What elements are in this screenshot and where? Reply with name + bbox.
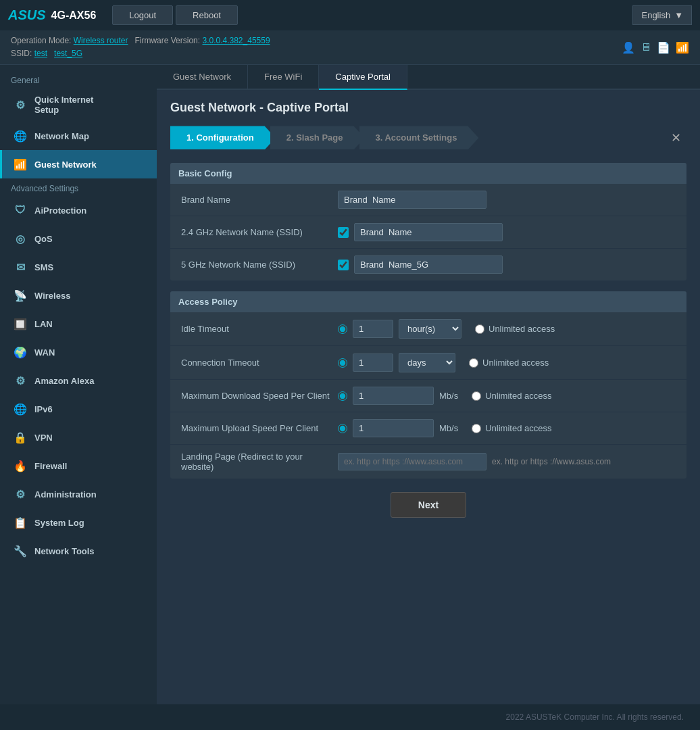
step-slash-page-box[interactable]: 2. Slash Page <box>270 126 365 149</box>
user-icon: 👤 <box>622 41 635 54</box>
sidebar-label-vpn: VPN <box>34 433 53 443</box>
top-bar: ASUS 4G-AX56 Logout Reboot English ▼ <box>0 0 700 30</box>
sidebar-item-aiprotection[interactable]: 🛡 AiProtection <box>0 196 157 224</box>
idle-timeout-unlimited: Unlimited access <box>475 324 555 334</box>
wan-icon: 🌍 <box>13 345 28 360</box>
sidebar-label-firewall: Firewall <box>34 461 67 471</box>
sidebar-item-network-map[interactable]: 🌐 Network Map <box>0 122 157 150</box>
landing-page-input[interactable] <box>338 453 486 470</box>
max-download-input[interactable] <box>353 387 434 405</box>
idle-timeout-control: hour(s) minute(s) Unlimited access <box>338 319 676 339</box>
vpn-icon: 🔒 <box>13 430 28 445</box>
operation-mode-value[interactable]: Wireless router <box>74 36 128 45</box>
ssid-24-wrap <box>338 223 503 241</box>
idle-timeout-unlimited-radio[interactable] <box>475 324 484 334</box>
connection-timeout-input[interactable] <box>353 354 393 372</box>
step-account-settings-box[interactable]: 3. Account Settings <box>359 126 479 149</box>
ssid-5g-input[interactable] <box>354 256 503 274</box>
connection-unlimited-radio[interactable] <box>469 358 478 368</box>
upload-unlimited: Unlimited access <box>472 423 551 433</box>
max-download-radio[interactable] <box>338 391 347 401</box>
ssid-value1[interactable]: test <box>34 49 47 58</box>
download-unlimited: Unlimited access <box>472 391 551 401</box>
sidebar-item-system-log[interactable]: 📋 System Log <box>0 508 157 537</box>
access-policy-section: Access Policy Idle Timeout hour(s) minut… <box>170 291 686 479</box>
administration-icon: ⚙ <box>13 487 28 502</box>
logout-button[interactable]: Logout <box>112 5 173 25</box>
sidebar-item-amazon-alexa[interactable]: ⚙ Amazon Alexa <box>0 366 157 395</box>
max-upload-input[interactable] <box>353 419 434 437</box>
ul-unlimited-label: Unlimited access <box>485 423 551 433</box>
amazon-alexa-icon: ⚙ <box>13 373 28 388</box>
brand-name-input[interactable] <box>338 191 486 209</box>
general-section-label: General <box>0 70 157 88</box>
ssid-value2[interactable]: test_5G <box>54 49 82 58</box>
sidebar-item-ipv6[interactable]: 🌐 IPv6 <box>0 395 157 423</box>
close-button[interactable]: ✕ <box>666 128 686 148</box>
firmware-label: Firmware Version: <box>134 36 200 45</box>
connection-timeout-radio[interactable] <box>338 358 347 368</box>
footer: 2022 ASUSTeK Computer Inc. All rights re… <box>0 704 700 730</box>
sms-icon: ✉ <box>13 260 28 274</box>
download-unit-label: Mb/s <box>439 391 458 401</box>
sidebar-label-qos: QoS <box>34 234 53 244</box>
network-map-icon: 🌐 <box>13 128 28 143</box>
next-button[interactable]: Next <box>391 492 466 518</box>
connection-timeout-unit-select[interactable]: days hours minutes <box>399 353 455 372</box>
tab-free-wifi[interactable]: Free WiFi <box>248 65 319 89</box>
sidebar-item-wan[interactable]: 🌍 WAN <box>0 338 157 366</box>
wizard-step-slash-page: 2. Slash Page <box>276 126 365 149</box>
sidebar-item-guest-network[interactable]: 📶 Guest Network <box>0 150 157 178</box>
page-title: Guest Network - Captive Portal <box>170 101 686 115</box>
quick-setup-icon: ⚙ <box>13 97 28 112</box>
qos-icon: ◎ <box>13 231 28 246</box>
sidebar-label-guest-network: Guest Network <box>34 160 97 170</box>
button-area: Next <box>170 492 686 518</box>
sidebar-item-quick-internet-setup[interactable]: ⚙ Quick InternetSetup <box>0 88 157 122</box>
connection-timeout-control: days hours minutes Unlimited access <box>338 353 676 372</box>
status-bar: Operation Mode: Wireless router Firmware… <box>0 30 700 65</box>
ssid-24-label: 2.4 GHz Network Name (SSID) <box>181 227 330 237</box>
idle-timeout-row: Idle Timeout hour(s) minute(s) Unlimited… <box>170 312 686 346</box>
step-configuration-box[interactable]: 1. Configuration <box>170 126 276 149</box>
ssid-5g-checkbox[interactable] <box>338 260 349 270</box>
brand-name-control <box>338 191 676 209</box>
sidebar-label-wireless: Wireless <box>34 291 70 301</box>
sidebar-item-qos[interactable]: ◎ QoS <box>0 224 157 253</box>
sidebar-item-sms[interactable]: ✉ SMS <box>0 253 157 281</box>
max-upload-row: Maximum Upload Speed Per Client Mb/s Unl… <box>170 412 686 445</box>
idle-timeout-unit-select[interactable]: hour(s) minute(s) <box>399 319 461 339</box>
max-upload-radio[interactable] <box>338 424 347 433</box>
ssid-5g-wrap <box>338 256 503 274</box>
tab-captive-portal[interactable]: Captive Portal <box>319 65 407 90</box>
brand-name-label: Brand Name <box>181 195 330 205</box>
main-layout: General ⚙ Quick InternetSetup 🌐 Network … <box>0 65 700 704</box>
reboot-button[interactable]: Reboot <box>176 5 238 25</box>
sidebar-label-wan: WAN <box>34 347 55 358</box>
language-selector[interactable]: English ▼ <box>632 5 692 25</box>
firewall-icon: 🔥 <box>13 458 28 473</box>
signal-icon: 📶 <box>676 41 689 54</box>
idle-timeout-label: Idle Timeout <box>181 324 330 334</box>
model-name: 4G-AX56 <box>51 9 97 22</box>
firmware-version[interactable]: 3.0.0.4.382_45559 <box>202 36 270 45</box>
sidebar-item-lan[interactable]: 🔲 LAN <box>0 310 157 338</box>
access-policy-header: Access Policy <box>170 291 686 312</box>
sidebar-item-firewall[interactable]: 🔥 Firewall <box>0 452 157 480</box>
sidebar-item-vpn[interactable]: 🔒 VPN <box>0 423 157 452</box>
wizard-step-account-settings: 3. Account Settings <box>365 126 479 149</box>
download-unlimited-radio[interactable] <box>472 391 481 401</box>
upload-unlimited-radio[interactable] <box>472 424 481 433</box>
ssid-24-row: 2.4 GHz Network Name (SSID) <box>170 216 686 249</box>
tab-guest-network[interactable]: Guest Network <box>157 65 248 89</box>
ssid-24-checkbox[interactable] <box>338 227 349 238</box>
max-download-label: Maximum Download Speed Per Client <box>181 391 330 401</box>
sidebar-item-wireless[interactable]: 📡 Wireless <box>0 281 157 310</box>
brand-name-row: Brand Name <box>170 184 686 216</box>
idle-timeout-radio[interactable] <box>338 324 347 334</box>
network-tools-icon: 🔧 <box>13 543 28 558</box>
ssid-24-input[interactable] <box>354 223 503 241</box>
sidebar-item-administration[interactable]: ⚙ Administration <box>0 480 157 508</box>
idle-timeout-input[interactable] <box>353 320 393 338</box>
sidebar-item-network-tools[interactable]: 🔧 Network Tools <box>0 537 157 565</box>
